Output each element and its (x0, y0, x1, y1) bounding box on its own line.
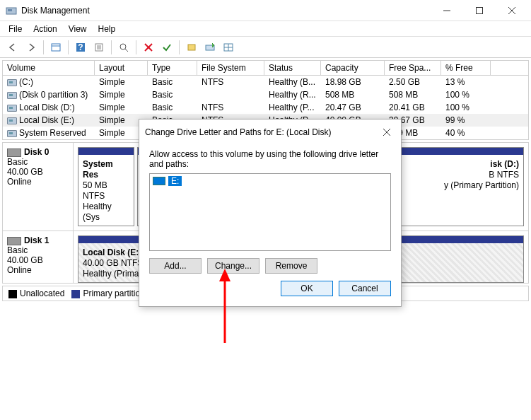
legend-primary: Primary partition (71, 288, 144, 298)
volume-icon (7, 79, 17, 86)
volume-list-header: Volume Layout Type File System Status Ca… (3, 61, 528, 76)
menu-bar: File Action View Help (0, 21, 531, 37)
remove-button[interactable]: Remove (265, 258, 317, 274)
add-button[interactable]: Add... (149, 258, 202, 274)
col-status[interactable]: Status (264, 61, 321, 75)
dialog-title: Change Drive Letter and Paths for E: (Lo… (145, 127, 378, 137)
cancel-button[interactable]: Cancel (339, 281, 391, 296)
properties-icon[interactable] (91, 39, 107, 56)
legend-unallocated: Unallocated (8, 288, 64, 298)
col-type[interactable]: Type (148, 61, 197, 75)
dialog-close-button[interactable] (378, 124, 395, 141)
col-filesystem[interactable]: File System (197, 61, 264, 75)
svg-line-15 (125, 49, 128, 52)
maximize-button[interactable] (463, 0, 496, 21)
explore-icon[interactable] (115, 39, 132, 56)
volume-icon (7, 130, 17, 137)
drive-icon (153, 177, 165, 185)
check-icon[interactable] (158, 39, 175, 56)
dialog-description: Allow access to this volume by using the… (149, 149, 391, 169)
col-volume[interactable]: Volume (3, 61, 95, 75)
partition-system-reserved[interactable]: System Res 50 MB NTFS Healthy (Sys (78, 147, 134, 226)
svg-point-14 (120, 44, 126, 49)
toolbar: ? (0, 37, 531, 58)
change-button[interactable]: Change... (207, 258, 259, 274)
svg-text:?: ? (78, 42, 83, 52)
volume-icon (7, 105, 17, 112)
menu-file[interactable]: File (3, 23, 28, 35)
disk-icon (7, 237, 21, 245)
col-layout[interactable]: Layout (95, 61, 148, 75)
col-pct[interactable]: % Free (441, 61, 491, 75)
volume-icon (7, 92, 17, 99)
forward-icon[interactable] (23, 39, 40, 56)
view-settings-icon[interactable] (220, 39, 237, 56)
title-bar: Disk Management (0, 0, 531, 21)
ok-button[interactable]: OK (281, 281, 333, 296)
svg-rect-6 (52, 44, 60, 51)
svg-rect-1 (8, 9, 12, 11)
disk-icon (7, 148, 21, 157)
drive-letter-listbox[interactable]: E: (149, 173, 391, 251)
app-icon (6, 5, 17, 16)
drive-letter-item[interactable]: E: (151, 175, 389, 187)
add-mirror-icon[interactable] (202, 39, 218, 56)
delete-icon[interactable] (140, 39, 157, 56)
volume-row[interactable]: (Disk 0 partition 3)SimpleBasicHealthy (… (3, 88, 528, 101)
change-drive-letter-dialog: Change Drive Letter and Paths for E: (Lo… (139, 119, 402, 307)
disk-1-label: Disk 1 Basic 40.00 GB Online (3, 231, 74, 284)
svg-rect-3 (477, 7, 483, 13)
menu-view[interactable]: View (63, 23, 93, 35)
show-hide-tree-icon[interactable] (47, 39, 64, 56)
col-capacity[interactable]: Capacity (321, 61, 385, 75)
close-button[interactable] (496, 0, 528, 21)
help-icon[interactable]: ? (72, 39, 89, 56)
volume-icon (7, 117, 17, 124)
back-icon[interactable] (4, 39, 21, 56)
volume-row[interactable]: Local Disk (D:)SimpleBasicNTFSHealthy (P… (3, 101, 528, 114)
col-free[interactable]: Free Spa... (385, 61, 441, 75)
menu-help[interactable]: Help (93, 23, 122, 35)
volume-row[interactable]: (C:)SimpleBasicNTFSHealthy (B...18.98 GB… (3, 76, 528, 88)
window-title: Disk Management (21, 6, 431, 16)
svg-rect-18 (188, 45, 195, 50)
minimize-button[interactable] (431, 0, 463, 21)
disk-0-label: Disk 0 Basic 40.00 GB Online (3, 143, 74, 231)
new-partition-icon[interactable] (183, 39, 200, 56)
menu-action[interactable]: Action (28, 23, 62, 35)
